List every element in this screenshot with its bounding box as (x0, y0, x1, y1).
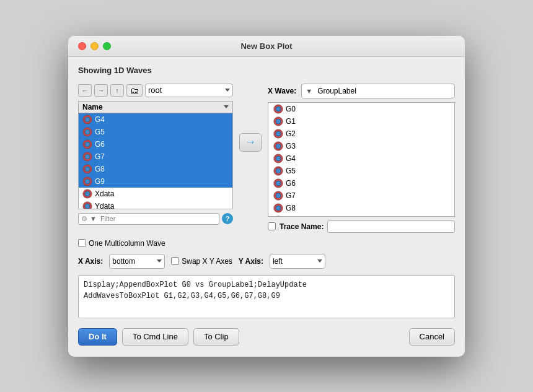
window-title: New Box Plot (240, 41, 292, 51)
filter-input[interactable] (100, 215, 216, 222)
root-select-value: root (148, 85, 162, 95)
forward-button[interactable]: → (94, 84, 108, 97)
right-list-item[interactable]: G1 (268, 115, 454, 128)
yaxis-label: Y Axis: (239, 257, 263, 266)
wave-list-body[interactable]: G4 G5 G6 G7 G8 G9 Xdata Ydata (79, 113, 232, 209)
list-item[interactable]: G4 (79, 113, 232, 126)
add-to-right-button[interactable]: → (239, 133, 262, 152)
swap-axes-label[interactable]: Swap X Y Axes (171, 257, 232, 266)
wave-icon (273, 216, 283, 217)
xwave-row: X Wave: ▼ GroupLabel (268, 84, 455, 98)
wave-icon (273, 178, 283, 188)
to-cmd-line-button[interactable]: To Cmd Line (122, 328, 188, 346)
list-item[interactable]: G7 (79, 150, 232, 163)
right-list[interactable]: G0 G1 G2 G3 G4 G5 G6 G7 G8 G9 (268, 102, 455, 217)
command-line-2: AddWavesToBoxPlot G1,G2,G3,G4,G5,G6,G7,G… (84, 290, 449, 302)
filter-bar[interactable]: ⚙ ▼ (78, 213, 219, 225)
xwave-select[interactable]: ▼ GroupLabel (301, 84, 455, 98)
list-item[interactable]: Ydata (79, 200, 232, 209)
list-item[interactable]: G6 (79, 138, 232, 150)
wave-name: G6 (286, 179, 296, 188)
wave-name: Xdata (95, 189, 114, 198)
right-list-item[interactable]: G3 (268, 140, 454, 152)
list-header-name: Name (82, 103, 103, 111)
filter-row: ⚙ ▼ ? (78, 213, 233, 225)
right-list-item[interactable]: G6 (268, 177, 454, 189)
svg-point-11 (85, 179, 90, 184)
root-select[interactable]: root (145, 84, 233, 97)
axis-row: X Axis: bottom Swap X Y Axes Y Axis: lef… (78, 254, 455, 269)
wave-icon (82, 189, 92, 199)
xwave-arrow-indicator: ▼ (306, 87, 312, 95)
list-item[interactable]: G8 (79, 163, 232, 175)
filter-dropdown-arrow[interactable]: ▼ (90, 215, 97, 222)
help-button[interactable]: ? (222, 213, 233, 224)
right-list-item[interactable]: G9 (268, 214, 454, 217)
list-header: Name (79, 102, 232, 113)
wave-icon (273, 203, 283, 213)
settings-icon: ⚙ (81, 215, 87, 223)
wave-name: G4 (95, 115, 105, 124)
wave-list-container: Name G4 G5 G6 G7 G8 G9 Xdata (78, 101, 233, 209)
wave-name: G5 (95, 128, 105, 136)
svg-point-7 (85, 154, 90, 159)
swap-axes-checkbox[interactable] (171, 257, 179, 265)
wave-icon (273, 141, 283, 151)
svg-point-17 (276, 107, 281, 111)
to-clip-button[interactable]: To Clip (193, 328, 239, 346)
xaxis-label: X Axis: (78, 257, 103, 266)
command-box[interactable]: Display;AppendBoxPlot G0 vs GroupLabel;D… (78, 275, 455, 318)
right-list-item[interactable]: G4 (268, 152, 454, 165)
wave-name: G8 (286, 204, 296, 212)
multicolumn-label[interactable]: One Multicolumn Wave (78, 239, 165, 248)
yaxis-value: left (273, 257, 283, 266)
list-item[interactable]: G9 (79, 175, 232, 188)
right-list-item[interactable]: G8 (268, 202, 454, 214)
right-list-item[interactable]: G2 (268, 128, 454, 140)
list-item[interactable]: Xdata (79, 188, 232, 200)
cancel-button[interactable]: Cancel (409, 328, 455, 346)
section-title: Showing 1D Waves (78, 66, 455, 75)
svg-point-15 (85, 204, 90, 209)
maximize-button[interactable] (103, 42, 111, 50)
xaxis-select[interactable]: bottom (109, 254, 165, 269)
wave-name: G1 (286, 117, 296, 126)
list-item[interactable]: G5 (79, 126, 232, 138)
svg-point-27 (276, 168, 281, 173)
svg-point-3 (85, 129, 90, 134)
svg-point-5 (85, 142, 90, 147)
title-bar: New Box Plot (68, 36, 465, 57)
minimize-button[interactable] (90, 42, 99, 50)
traffic-lights (78, 42, 111, 50)
nav-bar: ← → ↑ 🗂 root (78, 84, 233, 97)
trace-checkbox[interactable] (268, 222, 276, 230)
right-list-item[interactable]: G5 (268, 165, 454, 177)
svg-point-25 (276, 156, 281, 161)
svg-point-31 (276, 193, 281, 198)
command-line-1: Display;AppendBoxPlot G0 vs GroupLabel;D… (84, 279, 449, 290)
yaxis-select[interactable]: left (270, 254, 325, 269)
wave-name: G2 (286, 129, 296, 138)
folder-button[interactable]: 🗂 (126, 84, 143, 97)
wave-name: G6 (95, 140, 105, 149)
wave-icon (273, 166, 283, 176)
right-list-item[interactable]: G7 (268, 189, 454, 202)
right-panel: X Wave: ▼ GroupLabel G0 G1 G2 G3 (268, 84, 455, 233)
wave-name: Ydata (95, 202, 114, 209)
wave-icon (273, 154, 283, 163)
trace-row: Trace Name: (268, 220, 455, 233)
wave-icon (82, 201, 92, 209)
trace-input[interactable] (327, 220, 455, 233)
multicolumn-checkbox[interactable] (78, 239, 86, 247)
wave-icon (82, 127, 92, 137)
main-window: New Box Plot Showing 1D Waves ← → ↑ 🗂 ro… (68, 36, 465, 357)
back-button[interactable]: ← (78, 84, 92, 97)
do-it-button[interactable]: Do It (78, 328, 117, 346)
wave-name: G7 (286, 191, 296, 200)
close-button[interactable] (78, 42, 86, 50)
svg-point-13 (85, 191, 90, 196)
right-list-item[interactable]: G0 (268, 103, 454, 115)
wave-name: G8 (95, 165, 105, 173)
up-button[interactable]: ↑ (110, 84, 124, 97)
wave-name: G3 (286, 142, 296, 150)
